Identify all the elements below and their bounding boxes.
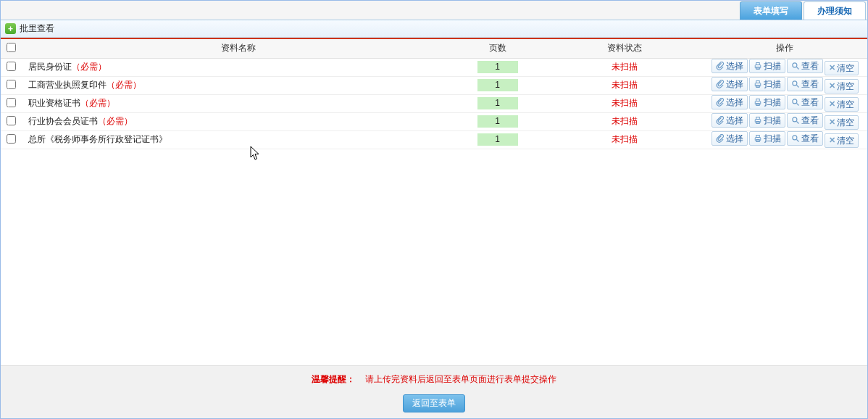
row-checkbox[interactable] bbox=[7, 134, 16, 144]
status-text: 未扫描 bbox=[612, 98, 638, 108]
documents-table: 资料名称 页数 资料状态 操作 居民身份证（必需）1未扫描选择扫描查看✕清空工商… bbox=[1, 39, 867, 149]
clear-button[interactable]: ✕清空 bbox=[825, 97, 859, 112]
clear-button[interactable]: ✕清空 bbox=[825, 61, 859, 75]
scan-button[interactable]: 扫描 bbox=[749, 113, 785, 128]
svg-point-18 bbox=[792, 117, 796, 122]
table-row: 职业资格证书（必需）1未扫描选择扫描查看✕清空 bbox=[1, 94, 867, 112]
view-button[interactable]: 查看 bbox=[787, 113, 823, 128]
select-all-checkbox[interactable] bbox=[7, 43, 16, 52]
view-button[interactable]: 查看 bbox=[787, 95, 823, 109]
doc-name: 工商营业执照复印件（必需） bbox=[21, 76, 448, 94]
plus-icon[interactable]: + bbox=[5, 23, 16, 34]
panel-header: + 批里查看 bbox=[1, 20, 867, 38]
select-button[interactable]: 选择 bbox=[711, 95, 748, 109]
col-name: 资料名称 bbox=[21, 39, 448, 58]
col-checkbox bbox=[1, 39, 21, 58]
svg-line-24 bbox=[796, 140, 798, 142]
view-button[interactable]: 查看 bbox=[787, 131, 823, 146]
scan-button[interactable]: 扫描 bbox=[749, 131, 785, 146]
row-checkbox[interactable] bbox=[7, 62, 16, 71]
svg-point-23 bbox=[792, 136, 796, 140]
select-button[interactable]: 选择 bbox=[711, 113, 748, 128]
tab-0[interactable]: 表单填写 bbox=[740, 1, 802, 20]
scan-button[interactable]: 扫描 bbox=[749, 95, 785, 109]
table-row: 行业协会会员证书（必需）1未扫描选择扫描查看✕清空 bbox=[1, 112, 867, 130]
status-text: 未扫描 bbox=[612, 134, 638, 144]
col-ops: 操作 bbox=[702, 39, 867, 58]
select-button[interactable]: 选择 bbox=[711, 77, 748, 91]
status-text: 未扫描 bbox=[612, 116, 638, 126]
pages-badge: 1 bbox=[477, 133, 518, 146]
select-button[interactable]: 选择 bbox=[711, 131, 748, 146]
col-pages: 页数 bbox=[448, 39, 546, 58]
warn-text: 请上传完资料后返回至表单页面进行表单提交操作 bbox=[365, 374, 556, 384]
return-button[interactable]: 返回至表单 bbox=[403, 394, 465, 412]
view-button[interactable]: 查看 bbox=[787, 77, 823, 91]
col-status: 资料状态 bbox=[546, 39, 702, 58]
doc-name: 居民身份证（必需） bbox=[21, 58, 448, 76]
warn-label: 温馨提醒： bbox=[312, 374, 355, 384]
status-text: 未扫描 bbox=[612, 62, 638, 72]
svg-rect-11 bbox=[756, 99, 759, 101]
footer: 温馨提醒： 请上传完资料后返回至表单页面进行表单提交操作 返回至表单 bbox=[1, 365, 867, 418]
status-text: 未扫描 bbox=[612, 80, 638, 90]
doc-name: 职业资格证书（必需） bbox=[21, 94, 448, 112]
pages-badge: 1 bbox=[477, 79, 518, 91]
scan-button[interactable]: 扫描 bbox=[749, 59, 785, 73]
row-checkbox[interactable] bbox=[7, 98, 16, 107]
tab-1[interactable]: 办理须知 bbox=[804, 1, 866, 20]
table-row: 居民身份证（必需）1未扫描选择扫描查看✕清空 bbox=[1, 58, 867, 76]
svg-point-3 bbox=[792, 63, 796, 67]
svg-point-8 bbox=[792, 81, 796, 86]
pages-badge: 1 bbox=[477, 61, 518, 73]
scan-button[interactable]: 扫描 bbox=[749, 77, 785, 91]
row-checkbox[interactable] bbox=[7, 80, 16, 89]
svg-line-14 bbox=[796, 104, 798, 106]
table-row: 总所《税务师事务所行政登记证书》1未扫描选择扫描查看✕清空 bbox=[1, 130, 867, 149]
tabs-bar: 表单填写办理须知 bbox=[1, 1, 867, 20]
svg-point-13 bbox=[792, 99, 796, 104]
row-checkbox[interactable] bbox=[7, 116, 16, 125]
svg-line-4 bbox=[796, 67, 798, 70]
svg-rect-1 bbox=[756, 63, 759, 65]
doc-name: 行业协会会员证书（必需） bbox=[21, 112, 448, 130]
svg-rect-21 bbox=[756, 136, 759, 138]
svg-line-19 bbox=[796, 122, 798, 124]
panel-title: 批里查看 bbox=[20, 22, 54, 35]
clear-button[interactable]: ✕清空 bbox=[825, 79, 859, 94]
svg-rect-16 bbox=[756, 117, 759, 120]
svg-line-9 bbox=[796, 86, 798, 88]
pages-badge: 1 bbox=[477, 115, 518, 128]
svg-rect-6 bbox=[756, 81, 759, 83]
view-button[interactable]: 查看 bbox=[787, 59, 823, 73]
pages-badge: 1 bbox=[477, 97, 518, 109]
doc-name: 总所《税务师事务所行政登记证书》 bbox=[21, 130, 448, 149]
clear-button[interactable]: ✕清空 bbox=[825, 115, 859, 130]
select-button[interactable]: 选择 bbox=[711, 59, 748, 73]
table-row: 工商营业执照复印件（必需）1未扫描选择扫描查看✕清空 bbox=[1, 76, 867, 94]
clear-button[interactable]: ✕清空 bbox=[825, 133, 859, 148]
